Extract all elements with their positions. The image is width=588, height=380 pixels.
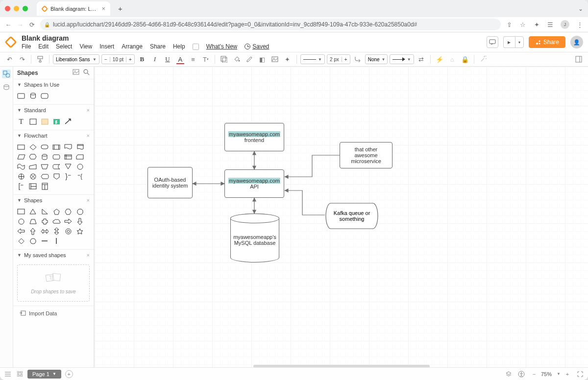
std-arrow-icon[interactable]: [64, 118, 73, 125]
minimize-window-button[interactable]: [14, 6, 19, 11]
sh-arrow-r-icon[interactable]: [64, 218, 73, 225]
present-dropdown[interactable]: ▾: [515, 36, 524, 48]
sh-pentagon-icon[interactable]: [52, 208, 61, 215]
comment-button[interactable]: [487, 36, 498, 48]
list-view-icon[interactable]: [4, 370, 12, 378]
std-block-icon[interactable]: [28, 118, 37, 125]
node-frontend[interactable]: myawesomeapp.com frontend: [224, 123, 284, 151]
section-saved[interactable]: ▼My saved shapes×: [13, 250, 94, 261]
browser-profile-avatar[interactable]: J: [561, 20, 569, 29]
share-button[interactable]: Share: [529, 36, 565, 48]
fc-internal-icon[interactable]: [64, 153, 73, 160]
sh-rtriangle-icon[interactable]: [40, 208, 49, 215]
fc-brace-icon[interactable]: }⁼: [64, 173, 73, 180]
sh-minus-icon[interactable]: [40, 238, 49, 244]
tab-overflow-icon[interactable]: ⌄: [578, 5, 583, 12]
fc-display-icon[interactable]: [40, 173, 49, 180]
action-button[interactable]: ⚡: [434, 54, 445, 65]
present-button[interactable]: ▸: [503, 36, 515, 48]
sh-oct-icon[interactable]: [75, 208, 84, 215]
tools-button[interactable]: [478, 54, 489, 65]
grid-view-icon[interactable]: [16, 370, 24, 378]
line-style-select[interactable]: ▼: [300, 54, 325, 64]
sh-diamond-icon[interactable]: [17, 238, 25, 244]
fc-predefined-icon[interactable]: [52, 143, 61, 150]
menu-share[interactable]: Share: [150, 43, 166, 50]
sh-trap-icon[interactable]: [28, 218, 37, 225]
increase-width[interactable]: +: [342, 57, 350, 62]
drop-zone[interactable]: T Drop shapes to save: [17, 264, 90, 302]
fc-swimlane-h-icon[interactable]: [28, 183, 37, 190]
fullscreen-icon[interactable]: [576, 370, 584, 378]
menu-select[interactable]: Select: [56, 43, 72, 50]
fc-sum-icon[interactable]: [28, 173, 37, 180]
fc-manualinput-icon[interactable]: [28, 163, 37, 170]
paint-format-button[interactable]: [35, 54, 46, 65]
zoom-dropdown[interactable]: ▼: [555, 370, 563, 378]
saved-label[interactable]: Saved: [252, 43, 269, 50]
underline-button[interactable]: U: [162, 54, 173, 65]
node-microservice[interactable]: that other awesome microservice: [340, 142, 392, 168]
bold-button[interactable]: B: [137, 54, 147, 65]
line-width-value[interactable]: 2 px: [327, 57, 342, 62]
std-text-icon[interactable]: T: [17, 118, 25, 125]
maximize-window-button[interactable]: [23, 6, 28, 11]
fc-process-icon[interactable]: [17, 143, 25, 150]
sh-triangle-icon[interactable]: [28, 208, 37, 215]
sh-ring-icon[interactable]: [64, 228, 73, 235]
panel-search-icon[interactable]: [83, 69, 90, 76]
fc-or-icon[interactable]: [17, 173, 25, 180]
forward-button[interactable]: →: [17, 21, 24, 28]
fc-data-icon[interactable]: [17, 153, 25, 160]
increase-size[interactable]: +: [126, 57, 134, 62]
font-size-value[interactable]: 10 pt: [110, 57, 126, 62]
fill-button[interactable]: [219, 54, 229, 65]
menu-insert[interactable]: Insert: [99, 43, 114, 50]
page-tab[interactable]: Page 1▼: [27, 370, 61, 379]
menu-view[interactable]: View: [79, 43, 92, 50]
section-shapes-in-use[interactable]: ▼Shapes In Use: [13, 79, 94, 90]
section-standard[interactable]: ▼Standard×: [13, 105, 94, 116]
lucid-logo-icon[interactable]: [5, 36, 17, 48]
line-end-select[interactable]: ▼: [390, 54, 414, 64]
link-button[interactable]: ⌂: [447, 54, 458, 65]
sh-arrow-u-icon[interactable]: [28, 228, 37, 235]
sh-arrow-l-icon[interactable]: [17, 228, 25, 235]
font-size-stepper[interactable]: − 10 pt +: [101, 54, 135, 64]
bookmark-icon[interactable]: ☆: [519, 21, 526, 28]
node-db[interactable]: myawesomeapp's MySQL database: [230, 214, 279, 262]
bucket-button[interactable]: [231, 54, 242, 65]
whats-new-link[interactable]: What's New: [206, 43, 238, 50]
sh-arrow-d-icon[interactable]: [75, 218, 84, 225]
fc-terminator-icon[interactable]: [40, 143, 49, 150]
close-window-button[interactable]: [5, 6, 10, 11]
sh-badge-icon[interactable]: [28, 238, 37, 244]
shape-cylinder-icon[interactable]: [28, 93, 37, 99]
close-tab-icon[interactable]: ×: [101, 5, 105, 12]
fc-swimlane-v-icon[interactable]: [40, 183, 49, 190]
shapes-rail-icon[interactable]: [2, 70, 11, 78]
upgrade-icon[interactable]: [193, 44, 199, 50]
fc-card-icon[interactable]: [75, 153, 84, 160]
fc-multidoc-icon[interactable]: [75, 143, 84, 150]
line-width-stepper[interactable]: 2 px +: [327, 54, 350, 64]
line-start-select[interactable]: None▼: [365, 54, 388, 64]
italic-button[interactable]: I: [149, 54, 160, 65]
share-page-icon[interactable]: ⇧: [506, 21, 513, 28]
shape-rect-icon[interactable]: [17, 93, 25, 99]
sh-rect-icon[interactable]: [17, 208, 25, 215]
text-options-button[interactable]: T▾: [200, 54, 211, 65]
text-color-button[interactable]: A: [175, 54, 186, 65]
document-title[interactable]: Blank diagram: [22, 34, 269, 42]
align-button[interactable]: ≡: [188, 54, 198, 65]
shadow-button[interactable]: ◧: [257, 54, 268, 65]
add-page-button[interactable]: +: [65, 370, 73, 378]
sh-arrow-ud-icon[interactable]: [52, 228, 61, 235]
decrease-size[interactable]: −: [102, 57, 110, 62]
browser-menu-icon[interactable]: ⋮: [576, 21, 583, 28]
fc-connector-icon[interactable]: [75, 163, 84, 170]
sh-line-v-icon[interactable]: [52, 238, 61, 244]
panel-image-icon[interactable]: [73, 69, 79, 76]
fc-decision-icon[interactable]: [28, 143, 37, 150]
user-avatar[interactable]: 👤: [570, 36, 583, 48]
